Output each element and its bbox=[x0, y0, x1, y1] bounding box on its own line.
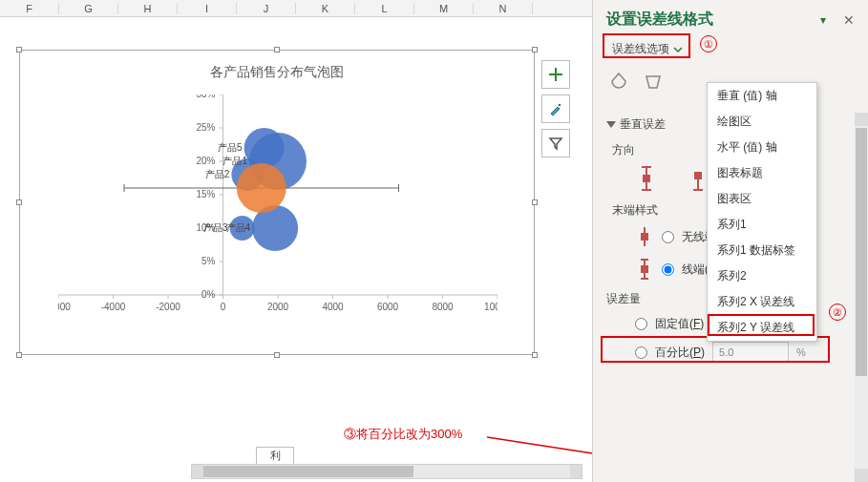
svg-text:25%: 25% bbox=[196, 122, 215, 133]
annotation-1-badge: ① bbox=[700, 35, 717, 52]
svg-text:0%: 0% bbox=[201, 289, 216, 300]
chart-styles-icon[interactable] bbox=[541, 94, 570, 123]
chart-filter-icon[interactable] bbox=[541, 129, 570, 157]
svg-text:产品4: 产品4 bbox=[226, 222, 251, 233]
svg-text:4000: 4000 bbox=[322, 302, 344, 312]
svg-text:0: 0 bbox=[221, 302, 226, 312]
scroll-right-button[interactable] bbox=[570, 465, 582, 478]
fixed-value-radio[interactable] bbox=[635, 318, 647, 330]
dropdown-item[interactable]: 系列1 数据标签 bbox=[708, 238, 816, 263]
col-header[interactable]: H bbox=[118, 3, 178, 14]
svg-text:-6000: -6000 bbox=[58, 302, 71, 312]
percentage-row: 百分比(P) % bbox=[606, 338, 841, 367]
col-header[interactable]: L bbox=[355, 3, 414, 14]
effects-tab-icon[interactable] bbox=[641, 69, 666, 94]
end-style-nocap-icon bbox=[635, 224, 654, 249]
svg-text:产品3: 产品3 bbox=[203, 222, 228, 233]
col-header[interactable]: F bbox=[0, 3, 59, 14]
resize-handle[interactable] bbox=[532, 199, 538, 205]
dropdown-item[interactable]: 水平 (值) 轴 bbox=[708, 135, 816, 160]
resize-handle[interactable] bbox=[532, 352, 538, 358]
percentage-radio[interactable] bbox=[635, 346, 647, 359]
col-header[interactable]: J bbox=[237, 3, 296, 14]
scroll-left-button[interactable] bbox=[192, 465, 203, 478]
end-style-cap-radio[interactable] bbox=[662, 263, 674, 276]
col-header[interactable]: I bbox=[178, 3, 237, 14]
resize-handle[interactable] bbox=[16, 47, 22, 52]
col-header[interactable]: K bbox=[296, 3, 355, 14]
pane-title: 设置误差线格式 bbox=[606, 10, 713, 30]
sheet-tab[interactable]: 利 bbox=[256, 447, 294, 464]
pane-close-icon[interactable]: ✕ bbox=[843, 12, 855, 28]
dropdown-item[interactable]: 系列1 bbox=[708, 212, 816, 238]
dropdown-item[interactable]: 系列2 bbox=[708, 263, 816, 289]
pane-vertical-scrollbar[interactable] bbox=[855, 113, 868, 482]
svg-text:产品2: 产品2 bbox=[205, 169, 230, 179]
plot-area[interactable]: -6000-4000-200002000400060008000100000%5… bbox=[58, 94, 498, 295]
svg-rect-57 bbox=[644, 176, 649, 181]
collapse-caret-icon bbox=[606, 121, 616, 128]
scroll-thumb[interactable] bbox=[856, 128, 867, 376]
error-bar-options-dropdown[interactable]: 误差线选项 bbox=[606, 37, 688, 61]
svg-text:10000: 10000 bbox=[484, 302, 498, 312]
dropdown-item-selected[interactable]: 系列2 Y 误差线 bbox=[708, 315, 816, 341]
svg-point-41 bbox=[244, 128, 285, 168]
resize-handle[interactable] bbox=[274, 352, 280, 358]
chart-add-element-icon[interactable] bbox=[541, 60, 570, 89]
col-header[interactable]: N bbox=[474, 3, 533, 14]
resize-handle[interactable] bbox=[274, 47, 280, 52]
col-header[interactable]: M bbox=[414, 3, 474, 14]
fill-line-tab-icon[interactable] bbox=[606, 69, 631, 94]
svg-text:产品5: 产品5 bbox=[218, 142, 243, 153]
scroll-down-button[interactable] bbox=[855, 469, 868, 482]
svg-text:-2000: -2000 bbox=[156, 302, 180, 312]
svg-text:2000: 2000 bbox=[267, 302, 289, 312]
svg-rect-60 bbox=[695, 173, 701, 178]
svg-text:20%: 20% bbox=[196, 156, 215, 166]
svg-text:30%: 30% bbox=[196, 94, 215, 99]
dropdown-item[interactable]: 图表区 bbox=[708, 186, 816, 212]
resize-handle[interactable] bbox=[532, 47, 538, 52]
fixed-value-label[interactable]: 固定值(F) bbox=[655, 316, 704, 332]
percentage-unit: % bbox=[796, 346, 806, 358]
percentage-label[interactable]: 百分比(P) bbox=[655, 345, 705, 361]
scroll-thumb[interactable] bbox=[203, 466, 413, 477]
end-style-cap-icon bbox=[635, 257, 654, 282]
dropdown-item[interactable]: 系列2 X 误差线 bbox=[708, 289, 816, 315]
resize-handle[interactable] bbox=[16, 352, 22, 358]
svg-rect-65 bbox=[642, 234, 647, 240]
svg-text:8000: 8000 bbox=[432, 302, 454, 312]
column-headers: F G H I J K L M N bbox=[0, 0, 592, 17]
horizontal-scrollbar[interactable] bbox=[191, 464, 582, 479]
resize-handle[interactable] bbox=[16, 199, 22, 205]
dropdown-item[interactable]: 绘图区 bbox=[708, 109, 816, 135]
svg-marker-53 bbox=[646, 76, 660, 88]
end-style-nocap-radio[interactable] bbox=[662, 231, 674, 243]
svg-text:15%: 15% bbox=[196, 189, 215, 199]
pane-menu-caret-icon[interactable]: ▾ bbox=[820, 13, 826, 27]
worksheet-area[interactable]: 各产品销售分布气泡图 -6000-4000-200002000400060008… bbox=[0, 17, 592, 482]
svg-rect-69 bbox=[642, 266, 647, 272]
chart-side-toolbar bbox=[541, 60, 572, 157]
svg-text:5%: 5% bbox=[201, 256, 216, 266]
dropdown-item[interactable]: 垂直 (值) 轴 bbox=[708, 83, 816, 109]
embedded-chart[interactable]: 各产品销售分布气泡图 -6000-4000-200002000400060008… bbox=[19, 50, 535, 355]
chart-title[interactable]: 各产品销售分布气泡图 bbox=[20, 51, 534, 81]
direction-both-icon[interactable] bbox=[635, 164, 658, 193]
col-header[interactable]: G bbox=[59, 3, 118, 14]
scroll-up-button[interactable] bbox=[855, 113, 868, 126]
dropdown-item[interactable]: 图表标题 bbox=[708, 160, 816, 186]
svg-text:-4000: -4000 bbox=[101, 302, 126, 312]
percentage-input[interactable] bbox=[712, 342, 789, 363]
svg-text:产品1: 产品1 bbox=[222, 156, 247, 166]
annotation-2-badge: ② bbox=[829, 304, 846, 321]
svg-point-50 bbox=[559, 104, 561, 106]
svg-point-42 bbox=[237, 163, 286, 213]
svg-text:6000: 6000 bbox=[377, 302, 399, 312]
annotation-3-text: ③将百分比改为300% bbox=[344, 426, 462, 443]
chart-element-dropdown: 垂直 (值) 轴 绘图区 水平 (值) 轴 图表标题 图表区 系列1 系列1 数… bbox=[707, 82, 817, 342]
